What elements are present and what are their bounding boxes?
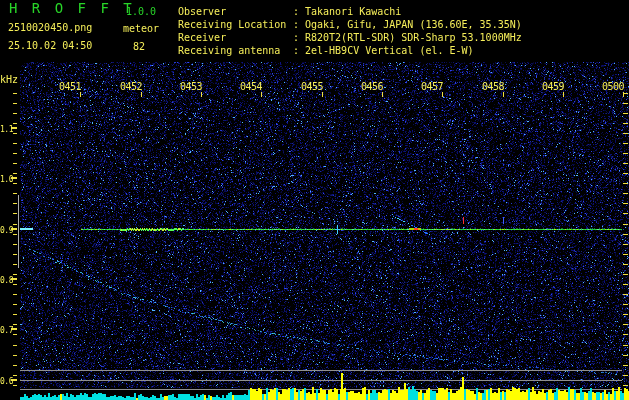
- info-label: Receiving Location: [178, 18, 293, 31]
- station-info: Observer : Takanori Kawachi Receiving Lo…: [178, 5, 522, 57]
- echo-count: 82: [133, 41, 145, 52]
- time-tick-label: 0456: [355, 81, 383, 92]
- info-row-receiver: Receiver : R820T2(RTL-SDR) SDR-Sharp 53.…: [178, 31, 522, 44]
- hrofft-screenshot: { "app": { "name": "H R O F F T", "versi…: [0, 0, 629, 400]
- info-value: Takanori Kawachi: [305, 5, 401, 18]
- info-separator: :: [293, 44, 305, 57]
- freq-tick-label: 0.8: [0, 275, 13, 286]
- time-tick-label: 0451: [53, 81, 81, 92]
- info-separator: :: [293, 31, 305, 44]
- freq-tick-label: 1.0: [0, 174, 13, 185]
- time-tick-label: 0459: [536, 81, 564, 92]
- time-tick-label: 0457: [415, 81, 443, 92]
- app-title: H R O F F T: [9, 3, 135, 14]
- app-version: 1.0.0: [126, 6, 156, 17]
- output-filename: 2510020450.png: [8, 22, 92, 33]
- time-tick-label: 0458: [476, 81, 504, 92]
- info-row-observer: Observer : Takanori Kawachi: [178, 5, 522, 18]
- info-label: Receiver: [178, 31, 293, 44]
- time-tick-label: 0455: [295, 81, 323, 92]
- freq-tick-label: 0.7: [0, 325, 13, 336]
- freq-axis-unit: kHz: [0, 74, 18, 85]
- time-tick-label: 0453: [174, 81, 202, 92]
- info-value: 2el-HB9CV Vertical (el. E-W): [305, 44, 474, 57]
- time-tick-label: 0500: [596, 81, 624, 92]
- mode-label: meteor: [123, 23, 159, 34]
- time-tick-label: 0454: [234, 81, 262, 92]
- info-row-antenna: Receiving antenna : 2el-HB9CV Vertical (…: [178, 44, 522, 57]
- time-tick-label: 0452: [114, 81, 142, 92]
- spectrogram-canvas: [0, 0, 629, 400]
- freq-tick-label: 0.6: [0, 376, 13, 387]
- info-row-location: Receiving Location : Ogaki, Gifu, JAPAN …: [178, 18, 522, 31]
- freq-tick-label: 1.1: [0, 124, 13, 135]
- info-label: Observer: [178, 5, 293, 18]
- info-separator: :: [293, 18, 305, 31]
- info-separator: :: [293, 5, 305, 18]
- hrofft-window: H R O F F T 1.0.0 2510020450.png meteor …: [0, 0, 629, 400]
- info-value: Ogaki, Gifu, JAPAN (136.60E, 35.35N): [305, 18, 522, 31]
- info-value: R820T2(RTL-SDR) SDR-Sharp 53.1000MHz: [305, 31, 522, 44]
- freq-tick-label: 0.9: [0, 225, 13, 236]
- datetime-label: 25.10.02 04:50: [8, 40, 92, 51]
- info-label: Receiving antenna: [178, 44, 293, 57]
